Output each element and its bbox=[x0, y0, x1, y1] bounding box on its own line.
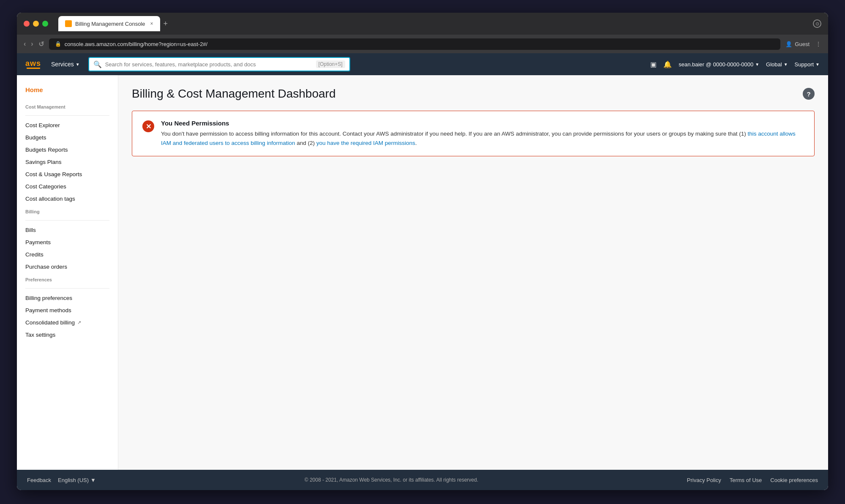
user-label: sean.baier @ bbox=[679, 61, 711, 68]
error-content: You Need Permissions You don't have perm… bbox=[161, 120, 804, 147]
privacy-policy-link[interactable]: Privacy Policy bbox=[687, 477, 721, 483]
sidebar-item-tax-settings[interactable]: Tax settings bbox=[17, 329, 118, 341]
error-link-2[interactable]: you have the required IAM permissions bbox=[316, 140, 415, 146]
preferences-section-label: Preferences bbox=[17, 273, 118, 285]
tab-title: Billing Management Console bbox=[75, 21, 145, 27]
sidebar-item-savings-plans[interactable]: Savings Plans bbox=[17, 156, 118, 168]
error-text-middle: and (2) bbox=[295, 140, 316, 146]
sidebar-item-consolidated-billing[interactable]: Consolidated billing ↗ bbox=[17, 316, 118, 329]
maximize-button[interactable] bbox=[42, 21, 48, 27]
sidebar-item-cost-usage-reports-label: Cost & Usage Reports bbox=[25, 171, 82, 177]
browser-options-icon[interactable]: ⋮ bbox=[815, 41, 821, 47]
sidebar-item-credits[interactable]: Credits bbox=[17, 248, 118, 261]
error-box: ✕ You Need Permissions You don't have pe… bbox=[132, 111, 815, 156]
url-field[interactable]: 🔒 console.aws.amazon.com/billing/home?re… bbox=[49, 38, 781, 50]
sidebar-item-cost-usage-reports[interactable]: Cost & Usage Reports bbox=[17, 168, 118, 180]
minimize-button[interactable] bbox=[33, 21, 39, 27]
services-caret-icon: ▼ bbox=[76, 62, 80, 67]
browser-menu-icon[interactable]: ⊙ bbox=[813, 19, 821, 28]
footer-left: Feedback English (US) ▼ bbox=[27, 477, 96, 483]
aws-nav-right: ▣ 🔔 sean.baier @ 0000-0000-0000 ▼ Global… bbox=[650, 60, 820, 68]
tab-close-button[interactable]: × bbox=[150, 21, 153, 27]
search-icon: 🔍 bbox=[93, 60, 102, 68]
sidebar: Home Cost Management Cost Explorer Budge… bbox=[17, 75, 118, 470]
support-label: Support bbox=[795, 61, 814, 68]
title-bar: Billing Management Console × + ⊙ bbox=[17, 13, 828, 35]
url-text: console.aws.amazon.com/billing/home?regi… bbox=[65, 41, 208, 47]
tab-favicon bbox=[65, 20, 72, 27]
sidebar-item-savings-plans-label: Savings Plans bbox=[25, 159, 62, 165]
sidebar-item-billing-preferences[interactable]: Billing preferences bbox=[17, 292, 118, 304]
sidebar-item-purchase-orders[interactable]: Purchase orders bbox=[17, 261, 118, 273]
aws-logo[interactable]: aws bbox=[25, 60, 41, 69]
sidebar-item-purchase-orders-label: Purchase orders bbox=[25, 264, 67, 270]
notifications-icon[interactable]: 🔔 bbox=[663, 60, 672, 68]
region-caret-icon: ▼ bbox=[784, 62, 788, 67]
reload-button[interactable]: ↺ bbox=[38, 40, 44, 48]
sidebar-item-budgets-reports-label: Budgets Reports bbox=[25, 147, 68, 153]
user-menu[interactable]: sean.baier @ 0000-0000-0000 ▼ bbox=[679, 61, 759, 68]
sidebar-item-billing-preferences-label: Billing preferences bbox=[25, 295, 72, 301]
sidebar-item-budgets-reports[interactable]: Budgets Reports bbox=[17, 144, 118, 156]
sidebar-divider-1 bbox=[25, 115, 109, 116]
feedback-button[interactable]: Feedback bbox=[27, 477, 51, 483]
help-button[interactable]: ? bbox=[803, 88, 815, 100]
address-bar: ‹ › ↺ 🔒 console.aws.amazon.com/billing/h… bbox=[17, 35, 828, 53]
terms-of-use-link[interactable]: Terms of Use bbox=[730, 477, 762, 483]
page-content: Billing & Cost Management Dashboard ? ✕ … bbox=[118, 75, 828, 470]
sidebar-item-home[interactable]: Home bbox=[17, 84, 118, 100]
sidebar-item-bills[interactable]: Bills bbox=[17, 224, 118, 236]
main-content: Home Cost Management Cost Explorer Budge… bbox=[17, 75, 828, 470]
language-label: English (US) bbox=[58, 477, 89, 483]
error-text: You don't have permission to access bill… bbox=[161, 129, 804, 147]
sidebar-item-payment-methods-label: Payment methods bbox=[25, 307, 71, 313]
sidebar-item-cost-explorer[interactable]: Cost Explorer bbox=[17, 119, 118, 131]
new-tab-button[interactable]: + bbox=[164, 19, 168, 28]
error-text-before: You don't have permission to access bill… bbox=[161, 131, 748, 137]
billing-section-label: Billing bbox=[17, 205, 118, 217]
global-search[interactable]: 🔍 [Option+S] bbox=[88, 57, 350, 71]
search-shortcut: [Option+S] bbox=[316, 60, 345, 68]
cost-management-section-label: Cost Management bbox=[17, 100, 118, 112]
sidebar-item-budgets-label: Budgets bbox=[25, 134, 46, 141]
guest-button[interactable]: 👤 Guest bbox=[785, 41, 810, 47]
terminal-icon[interactable]: ▣ bbox=[650, 60, 657, 68]
sidebar-item-cost-allocation-tags-label: Cost allocation tags bbox=[25, 196, 75, 202]
account-number: 0000-0000-0000 bbox=[713, 61, 753, 68]
sidebar-item-cost-allocation-tags[interactable]: Cost allocation tags bbox=[17, 193, 118, 205]
footer-right: Privacy Policy Terms of Use Cookie prefe… bbox=[687, 477, 818, 483]
sidebar-item-budgets[interactable]: Budgets bbox=[17, 131, 118, 144]
footer: Feedback English (US) ▼ © 2008 - 2021, A… bbox=[17, 470, 828, 490]
guest-label: Guest bbox=[795, 41, 810, 47]
sidebar-item-payment-methods[interactable]: Payment methods bbox=[17, 304, 118, 316]
services-button[interactable]: Services ▼ bbox=[51, 61, 80, 68]
sidebar-divider-3 bbox=[25, 288, 109, 289]
sidebar-item-bills-label: Bills bbox=[25, 227, 36, 233]
sidebar-item-cost-explorer-label: Cost Explorer bbox=[25, 122, 60, 128]
sidebar-item-payments[interactable]: Payments bbox=[17, 236, 118, 248]
guest-avatar-icon: 👤 bbox=[785, 41, 792, 47]
sidebar-item-cost-categories[interactable]: Cost Categories bbox=[17, 180, 118, 193]
region-selector[interactable]: Global ▼ bbox=[766, 61, 788, 68]
back-button[interactable]: ‹ bbox=[24, 40, 26, 48]
region-label: Global bbox=[766, 61, 782, 68]
sidebar-divider-2 bbox=[25, 220, 109, 221]
forward-button[interactable]: › bbox=[31, 40, 33, 48]
address-bar-right: 👤 Guest ⋮ bbox=[785, 41, 821, 47]
aws-logo-bar bbox=[27, 68, 40, 69]
title-bar-actions: ⊙ bbox=[813, 19, 821, 28]
support-menu[interactable]: Support ▼ bbox=[795, 61, 820, 68]
sidebar-item-tax-settings-label: Tax settings bbox=[25, 332, 55, 338]
sidebar-item-consolidated-billing-label: Consolidated billing bbox=[25, 319, 75, 326]
sidebar-item-payments-label: Payments bbox=[25, 239, 51, 245]
cookie-preferences-link[interactable]: Cookie preferences bbox=[770, 477, 818, 483]
language-selector[interactable]: English (US) ▼ bbox=[58, 477, 96, 483]
aws-navigation: aws Services ▼ 🔍 [Option+S] ▣ 🔔 sean.bai… bbox=[17, 53, 828, 75]
active-tab[interactable]: Billing Management Console × bbox=[58, 16, 160, 31]
aws-logo-text: aws bbox=[25, 60, 41, 67]
page-title: Billing & Cost Management Dashboard bbox=[132, 87, 335, 101]
traffic-lights bbox=[24, 21, 48, 27]
search-input[interactable] bbox=[105, 61, 313, 68]
close-button[interactable] bbox=[24, 21, 30, 27]
lock-icon: 🔒 bbox=[55, 41, 61, 47]
